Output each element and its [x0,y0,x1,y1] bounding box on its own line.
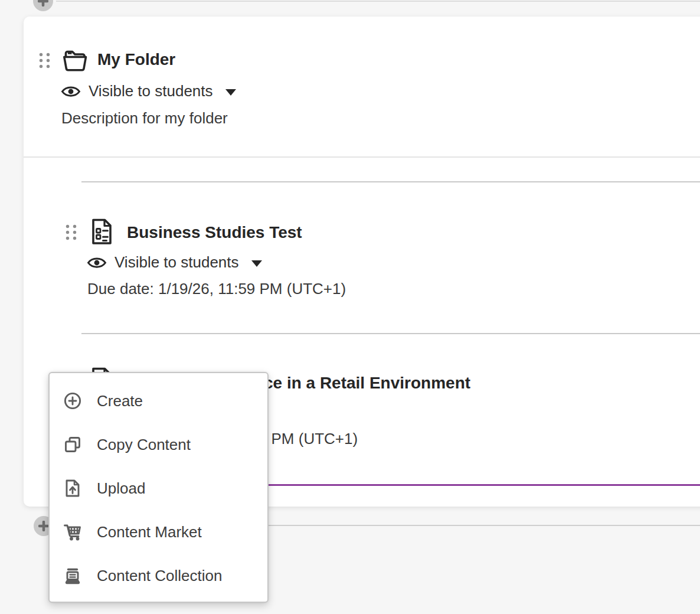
copy-content-icon [63,435,82,454]
plus-icon [38,0,48,6]
menu-item-label: Upload [97,479,145,498]
content-item-title[interactable]: Business Studies Test [127,223,302,242]
test-document-icon [90,218,113,248]
folder-visibility-label: Visible to students [89,82,213,100]
eye-icon [61,84,81,99]
menu-item-upload[interactable]: Upload [50,466,267,510]
folder-title[interactable]: My Folder [97,50,175,69]
item-visibility-label: Visible to students [115,253,239,272]
chevron-down-icon [251,260,262,267]
folder-header-divider [24,156,700,158]
upload-icon [63,479,82,498]
drag-handle[interactable] [65,224,77,243]
folder-description: Description for my folder [61,109,228,128]
menu-item-label: Create [97,392,143,410]
menu-item-label: Copy Content [97,436,191,454]
folder-visibility-dropdown[interactable]: Visible to students [61,82,236,100]
course-content-page: My Folder Visible to students Descriptio… [0,0,700,614]
menu-item-create[interactable]: Create [50,379,267,423]
add-divider-line-top [56,1,700,2]
plus-icon [38,521,49,531]
eye-icon [87,255,107,270]
content-collection-icon [63,566,82,585]
add-content-button-top[interactable] [33,0,53,11]
menu-item-copy-content[interactable]: Copy Content [50,423,267,466]
open-folder-icon [61,48,89,75]
content-market-cart-icon [63,522,82,541]
item-visibility-dropdown[interactable]: Visible to students [87,253,262,272]
create-plus-icon [63,391,82,410]
add-content-menu: Create Copy Content Upload [48,372,269,603]
menu-item-label: Content Market [97,523,202,541]
drag-handle[interactable] [38,52,51,71]
item-divider [81,333,700,334]
menu-item-label: Content Collection [97,567,222,585]
menu-item-content-market[interactable]: Content Market [50,510,267,554]
item-divider [81,181,700,182]
menu-item-content-collection[interactable]: Content Collection [50,554,267,597]
chevron-down-icon [225,89,236,96]
item-due-date: Due date: 1/19/26, 11:59 PM (UTC+1) [87,280,346,298]
